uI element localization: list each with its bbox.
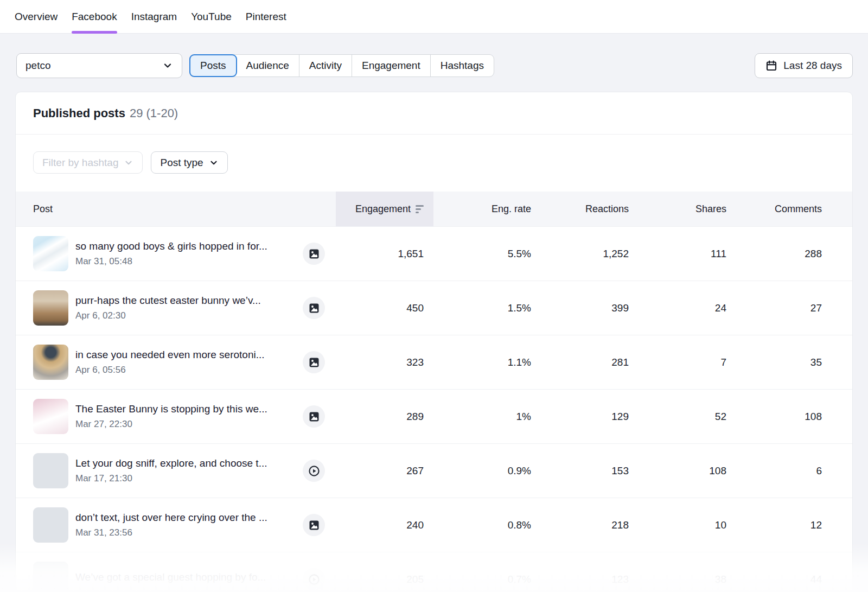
hashtag-filter-dropdown[interactable]: Filter by hashtag [33, 151, 143, 174]
chevron-down-icon [124, 158, 133, 168]
shares-value: 108 [629, 465, 726, 477]
reactions-value: 281 [531, 357, 629, 368]
comments-value: 6 [726, 465, 822, 477]
eng-rate-value: 1.1% [433, 357, 531, 368]
shares-value: 111 [629, 248, 726, 260]
date-range-button[interactable]: Last 28 days [755, 53, 853, 78]
post-cell: The Easter Bunny is stopping by this we.… [33, 399, 336, 434]
comments-value: 108 [726, 411, 822, 423]
table-row[interactable]: Let your dog sniff, explore, and choose … [16, 443, 852, 498]
post-type-dropdown[interactable]: Post type [151, 151, 227, 174]
post-thumbnail [33, 236, 68, 271]
comments-value: 288 [726, 248, 822, 260]
post-date: Apr 6, 05:56 [75, 365, 265, 375]
tab-audience[interactable]: Audience [237, 55, 299, 77]
post-cell: so many good boys & girls hopped in for.… [33, 236, 336, 271]
sort-descending-icon [416, 205, 424, 213]
top-navigation: Overview Facebook Instagram YouTube Pint… [0, 0, 868, 34]
post-date: Mar 31, 23:56 [75, 527, 267, 538]
column-header-shares[interactable]: Shares [629, 203, 726, 215]
image-post-icon [303, 297, 325, 319]
table-row[interactable]: don’t text, just over here crying over t… [16, 498, 852, 552]
published-posts-card: Published posts29 (1-20) Filter by hasht… [15, 92, 853, 592]
image-post-icon [303, 351, 325, 373]
engagement-value: 289 [336, 411, 433, 423]
post-thumbnail [33, 507, 68, 543]
engagement-value: 240 [336, 519, 433, 531]
nav-tab-overview[interactable]: Overview [15, 0, 58, 34]
table-header: Post Engagement Eng. rate Reactions Shar… [16, 192, 852, 226]
post-thumbnail [33, 290, 68, 326]
column-header-engagement-label: Engagement [355, 203, 411, 215]
shares-value: 24 [629, 302, 726, 314]
engagement-value: 205 [336, 574, 433, 585]
column-header-eng-rate[interactable]: Eng. rate [433, 203, 531, 215]
post-thumbnail [33, 399, 68, 434]
profile-select-value: petco [25, 60, 162, 72]
post-thumbnail [33, 562, 68, 592]
nav-tab-facebook[interactable]: Facebook [72, 0, 117, 34]
post-title: in case you needed even more serotoni... [75, 349, 265, 361]
shares-value: 52 [629, 411, 726, 423]
table-row[interactable]: purr-haps the cutest easter bunny we’v..… [16, 281, 852, 335]
card-title: Published posts [33, 106, 125, 120]
video-post-icon [303, 460, 325, 482]
post-cell: purr-haps the cutest easter bunny we’v..… [33, 290, 336, 326]
table-row[interactable]: in case you needed even more serotoni...… [16, 335, 852, 389]
post-thumbnail [33, 453, 68, 488]
nav-tab-youtube[interactable]: YouTube [191, 0, 232, 34]
eng-rate-value: 0.7% [433, 574, 531, 585]
comments-value: 27 [726, 302, 822, 314]
column-header-engagement[interactable]: Engagement [336, 192, 433, 226]
table-row[interactable]: We’ve got a special guest hopping by fo.… [16, 552, 852, 592]
section-tabs: Posts Audience Activity Engagement Hasht… [189, 54, 494, 77]
nav-tab-instagram[interactable]: Instagram [131, 0, 177, 34]
video-post-icon [303, 568, 325, 590]
posts-count: 29 (1-20) [130, 106, 178, 120]
comments-value: 12 [726, 519, 822, 531]
tab-hashtags[interactable]: Hashtags [431, 55, 494, 77]
hashtag-filter-placeholder: Filter by hashtag [42, 157, 118, 169]
post-cell: don’t text, just over here crying over t… [33, 507, 336, 543]
post-cell: in case you needed even more serotoni...… [33, 345, 336, 380]
post-title: Let your dog sniff, explore, and choose … [75, 457, 267, 469]
eng-rate-value: 1.5% [433, 302, 531, 314]
date-range-label: Last 28 days [783, 60, 842, 72]
calendar-icon [765, 60, 777, 72]
image-post-icon [303, 514, 325, 536]
engagement-value: 1,651 [336, 248, 433, 260]
table-row[interactable]: The Easter Bunny is stopping by this we.… [16, 389, 852, 443]
post-title: purr-haps the cutest easter bunny we’v..… [75, 295, 261, 307]
post-date: Apr 6, 02:30 [75, 310, 261, 321]
engagement-value: 267 [336, 465, 433, 477]
post-title: don’t text, just over here crying over t… [75, 512, 267, 524]
comments-value: 35 [726, 357, 822, 368]
shares-value: 38 [629, 574, 726, 585]
column-header-reactions[interactable]: Reactions [531, 203, 629, 215]
post-title: The Easter Bunny is stopping by this we.… [75, 403, 267, 415]
reactions-value: 218 [531, 519, 629, 531]
shares-value: 7 [629, 357, 726, 368]
tab-engagement[interactable]: Engagement [352, 55, 431, 77]
reactions-value: 1,252 [531, 248, 629, 260]
chevron-down-icon [162, 60, 173, 71]
column-header-comments[interactable]: Comments [726, 203, 822, 215]
tab-posts[interactable]: Posts [189, 54, 237, 77]
profile-select[interactable]: petco [16, 53, 182, 78]
filter-row: Filter by hashtag Post type [16, 135, 852, 192]
post-title: so many good boys & girls hopped in for.… [75, 240, 267, 252]
post-thumbnail [33, 345, 68, 380]
table-row[interactable]: so many good boys & girls hopped in for.… [16, 226, 852, 281]
post-title: We’ve got a special guest hopping by fo.… [75, 571, 266, 583]
chevron-down-icon [209, 158, 219, 168]
controls-row: petco Posts Audience Activity Engagement… [16, 53, 853, 78]
eng-rate-value: 1% [433, 411, 531, 423]
card-header: Published posts29 (1-20) [16, 92, 852, 135]
nav-tab-pinterest[interactable]: Pinterest [246, 0, 286, 34]
eng-rate-value: 0.9% [433, 465, 531, 477]
eng-rate-value: 0.8% [433, 519, 531, 531]
post-type-label: Post type [160, 157, 203, 169]
tab-activity[interactable]: Activity [299, 55, 352, 77]
post-cell: We’ve got a special guest hopping by fo.… [33, 562, 336, 592]
post-date: Mar 31, 05:48 [75, 256, 267, 267]
